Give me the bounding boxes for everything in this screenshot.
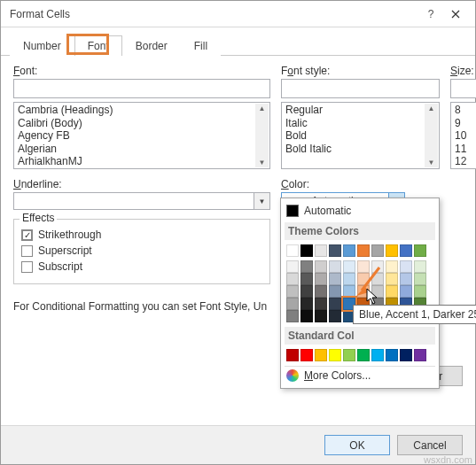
- color-swatch[interactable]: [343, 260, 355, 273]
- help-button[interactable]: ?: [418, 4, 443, 24]
- ok-button[interactable]: OK: [324, 435, 390, 455]
- chevron-down-icon[interactable]: ▼: [254, 193, 269, 209]
- color-swatch[interactable]: [343, 273, 355, 285]
- color-swatch[interactable]: [286, 298, 299, 310]
- color-swatch[interactable]: [300, 285, 313, 298]
- subscript-checkbox[interactable]: Subscript: [21, 260, 262, 273]
- color-swatch[interactable]: [315, 244, 327, 257]
- list-item[interactable]: 9: [451, 117, 476, 130]
- list-item[interactable]: Cambria (Headings): [14, 104, 269, 117]
- color-swatch[interactable]: [400, 273, 412, 285]
- font-listbox[interactable]: Cambria (Headings) Calibri (Body) Agency…: [13, 102, 270, 169]
- list-item[interactable]: Calibri (Body): [14, 117, 269, 130]
- color-swatch[interactable]: [329, 310, 341, 322]
- theme-color-row: [285, 243, 435, 259]
- list-item[interactable]: Arial: [14, 168, 269, 170]
- color-swatch[interactable]: [371, 244, 384, 257]
- color-swatch[interactable]: [371, 285, 384, 298]
- color-swatch[interactable]: [414, 285, 426, 298]
- color-swatch[interactable]: [371, 273, 384, 285]
- list-item[interactable]: Algerian: [14, 143, 269, 156]
- color-swatch[interactable]: [286, 273, 299, 285]
- color-swatch[interactable]: [329, 349, 341, 361]
- color-swatch[interactable]: [286, 285, 299, 298]
- list-item[interactable]: 11: [451, 143, 476, 156]
- size-input[interactable]: [450, 79, 476, 98]
- fontstyle-listbox[interactable]: Regular Italic Bold Bold Italic ▲▼: [281, 102, 440, 169]
- color-swatch[interactable]: [315, 298, 327, 310]
- underline-combo[interactable]: ▼: [13, 192, 270, 210]
- color-swatch[interactable]: [300, 349, 313, 361]
- tab-number[interactable]: Number: [10, 35, 74, 56]
- color-swatch[interactable]: [357, 260, 370, 273]
- color-swatch[interactable]: [315, 310, 327, 322]
- tab-fill[interactable]: Fill: [181, 35, 221, 56]
- scrollbar[interactable]: ▲▼: [425, 104, 438, 167]
- tab-font[interactable]: Font: [74, 35, 122, 56]
- checkbox-icon: [21, 245, 33, 257]
- color-swatch[interactable]: [400, 349, 412, 361]
- color-swatch[interactable]: [386, 273, 398, 285]
- color-swatch[interactable]: [357, 349, 370, 361]
- color-swatch[interactable]: [414, 273, 426, 285]
- color-swatch[interactable]: [315, 273, 327, 285]
- color-swatch[interactable]: [343, 244, 355, 257]
- color-swatch[interactable]: [286, 310, 299, 322]
- color-swatch[interactable]: [357, 273, 370, 285]
- color-swatch[interactable]: [286, 244, 299, 257]
- color-swatch[interactable]: [386, 244, 398, 257]
- color-swatch[interactable]: [386, 349, 398, 361]
- fontstyle-input[interactable]: [281, 79, 440, 98]
- color-swatch[interactable]: [300, 310, 313, 322]
- color-swatch[interactable]: [300, 298, 313, 310]
- list-item[interactable]: Bold Italic: [282, 143, 439, 156]
- color-swatch[interactable]: [400, 285, 412, 298]
- color-swatch[interactable]: [386, 260, 398, 273]
- color-swatch[interactable]: [329, 273, 341, 285]
- list-item[interactable]: Bold: [282, 129, 439, 143]
- color-swatch[interactable]: [315, 285, 327, 298]
- scrollbar[interactable]: ▲▼: [255, 104, 269, 167]
- color-swatch[interactable]: [286, 260, 299, 273]
- color-swatch[interactable]: [329, 260, 341, 273]
- size-listbox[interactable]: 8 9 10 11 12 14 ▲▼: [450, 102, 476, 169]
- color-swatch[interactable]: [315, 349, 327, 361]
- color-swatch[interactable]: [329, 285, 341, 298]
- color-swatch[interactable]: [343, 349, 355, 361]
- list-item[interactable]: Agency FB: [14, 129, 269, 143]
- list-item[interactable]: Italic: [282, 117, 439, 130]
- superscript-checkbox[interactable]: Superscript: [21, 244, 262, 257]
- color-swatch[interactable]: [414, 349, 426, 361]
- standard-color-row: [285, 347, 435, 363]
- color-swatch[interactable]: [371, 349, 384, 361]
- close-button[interactable]: [443, 4, 468, 24]
- color-swatch[interactable]: [371, 260, 384, 273]
- tab-border[interactable]: Border: [122, 35, 181, 56]
- more-colors-option[interactable]: More Colors...: [285, 366, 435, 384]
- automatic-color-option[interactable]: Automatic: [285, 202, 435, 220]
- color-swatch[interactable]: [400, 260, 412, 273]
- cancel-button[interactable]: Cancel: [397, 435, 463, 455]
- list-item[interactable]: 8: [451, 104, 476, 117]
- list-item[interactable]: 12: [451, 155, 476, 168]
- list-item[interactable]: 10: [451, 129, 476, 143]
- list-item[interactable]: 14: [451, 168, 476, 170]
- strikethrough-checkbox[interactable]: ✓ Strikethrough: [21, 229, 262, 241]
- color-swatch[interactable]: [386, 285, 398, 298]
- color-swatch[interactable]: [357, 244, 370, 257]
- color-swatch[interactable]: [329, 298, 341, 310]
- color-swatch[interactable]: [286, 349, 299, 361]
- color-swatch[interactable]: [414, 260, 426, 273]
- color-swatch[interactable]: [300, 273, 313, 285]
- color-swatch[interactable]: [400, 244, 412, 257]
- color-swatch[interactable]: [343, 285, 355, 298]
- color-swatch[interactable]: [300, 244, 313, 257]
- font-input[interactable]: [13, 79, 270, 98]
- list-item[interactable]: ArhialkhanMJ: [14, 155, 269, 168]
- color-swatch[interactable]: [414, 244, 426, 257]
- color-swatch[interactable]: [329, 244, 341, 257]
- list-item[interactable]: Regular: [282, 104, 439, 117]
- color-swatch[interactable]: [315, 260, 327, 273]
- color-swatch[interactable]: [357, 285, 370, 298]
- color-swatch[interactable]: [300, 260, 313, 273]
